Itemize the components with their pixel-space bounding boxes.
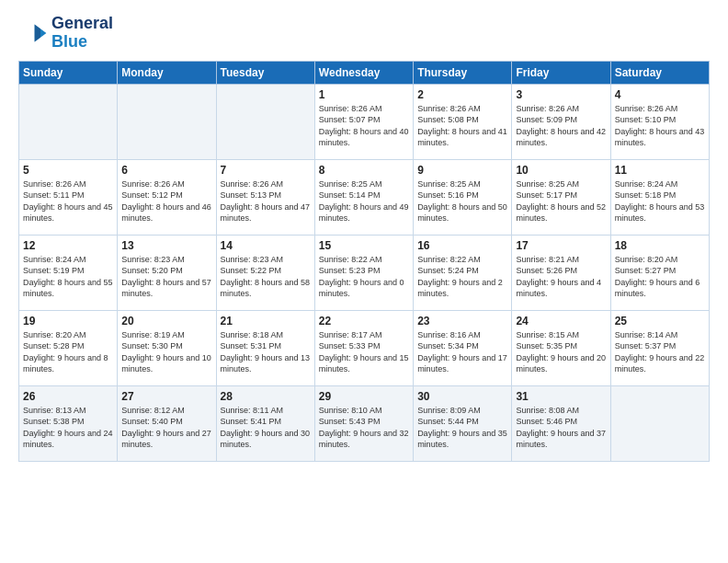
day-number: 19	[23, 315, 113, 327]
day-number: 14	[221, 239, 311, 252]
calendar-cell: 12Sunrise: 8:24 AM Sunset: 5:19 PM Dayli…	[19, 235, 118, 310]
day-info: Sunrise: 8:18 AM Sunset: 5:31 PM Dayligh…	[221, 329, 311, 375]
calendar-cell: 25Sunrise: 8:14 AM Sunset: 5:37 PM Dayli…	[610, 310, 709, 385]
day-info: Sunrise: 8:25 AM Sunset: 5:16 PM Dayligh…	[417, 178, 507, 224]
day-info: Sunrise: 8:24 AM Sunset: 5:19 PM Dayligh…	[23, 254, 113, 300]
day-number: 15	[319, 239, 409, 252]
weekday-header-saturday: Saturday	[610, 61, 709, 84]
weekday-header-monday: Monday	[118, 61, 216, 84]
header: General Blue	[18, 15, 710, 52]
day-number: 24	[516, 315, 606, 327]
day-number: 20	[121, 315, 211, 327]
calendar-cell: 1Sunrise: 8:26 AM Sunset: 5:07 PM Daylig…	[314, 84, 413, 159]
day-number: 29	[319, 390, 409, 403]
calendar-cell: 28Sunrise: 8:11 AM Sunset: 5:41 PM Dayli…	[216, 385, 314, 461]
calendar-week-2: 5Sunrise: 8:26 AM Sunset: 5:11 PM Daylig…	[19, 159, 710, 235]
day-info: Sunrise: 8:22 AM Sunset: 5:23 PM Dayligh…	[319, 254, 409, 300]
calendar-cell: 4Sunrise: 8:26 AM Sunset: 5:10 PM Daylig…	[610, 84, 709, 159]
calendar-week-3: 12Sunrise: 8:24 AM Sunset: 5:19 PM Dayli…	[19, 235, 710, 310]
day-info: Sunrise: 8:09 AM Sunset: 5:44 PM Dayligh…	[417, 405, 507, 451]
logo-icon	[18, 18, 48, 48]
calendar-cell: 9Sunrise: 8:25 AM Sunset: 5:16 PM Daylig…	[414, 159, 512, 235]
calendar-table: SundayMondayTuesdayWednesdayThursdayFrid…	[18, 61, 710, 462]
calendar-cell: 23Sunrise: 8:16 AM Sunset: 5:34 PM Dayli…	[414, 310, 512, 385]
day-info: Sunrise: 8:10 AM Sunset: 5:43 PM Dayligh…	[319, 405, 409, 451]
calendar-cell: 10Sunrise: 8:25 AM Sunset: 5:17 PM Dayli…	[512, 159, 610, 235]
day-info: Sunrise: 8:25 AM Sunset: 5:14 PM Dayligh…	[319, 178, 409, 224]
day-info: Sunrise: 8:23 AM Sunset: 5:22 PM Dayligh…	[221, 254, 311, 300]
day-info: Sunrise: 8:26 AM Sunset: 5:11 PM Dayligh…	[23, 178, 113, 224]
day-number: 2	[417, 88, 507, 101]
day-info: Sunrise: 8:20 AM Sunset: 5:27 PM Dayligh…	[615, 254, 705, 300]
day-info: Sunrise: 8:21 AM Sunset: 5:26 PM Dayligh…	[516, 254, 606, 300]
day-info: Sunrise: 8:19 AM Sunset: 5:30 PM Dayligh…	[121, 329, 211, 375]
day-info: Sunrise: 8:14 AM Sunset: 5:37 PM Dayligh…	[615, 329, 705, 375]
logo: General Blue	[18, 15, 113, 52]
weekday-header-wednesday: Wednesday	[314, 61, 413, 84]
calendar-cell: 19Sunrise: 8:20 AM Sunset: 5:28 PM Dayli…	[19, 310, 118, 385]
day-info: Sunrise: 8:26 AM Sunset: 5:09 PM Dayligh…	[516, 103, 606, 149]
day-number: 13	[121, 239, 211, 252]
day-number: 26	[23, 390, 113, 403]
day-number: 27	[121, 390, 211, 403]
page: General Blue SundayMondayTuesdayWednesda…	[0, 0, 728, 563]
day-info: Sunrise: 8:26 AM Sunset: 5:13 PM Dayligh…	[221, 178, 311, 224]
calendar-cell: 20Sunrise: 8:19 AM Sunset: 5:30 PM Dayli…	[118, 310, 216, 385]
calendar-cell	[19, 84, 118, 159]
calendar-cell: 21Sunrise: 8:18 AM Sunset: 5:31 PM Dayli…	[216, 310, 314, 385]
logo-text-blue: Blue	[51, 33, 113, 52]
calendar-week-1: 1Sunrise: 8:26 AM Sunset: 5:07 PM Daylig…	[19, 84, 710, 159]
calendar-cell: 5Sunrise: 8:26 AM Sunset: 5:11 PM Daylig…	[19, 159, 118, 235]
day-info: Sunrise: 8:08 AM Sunset: 5:46 PM Dayligh…	[516, 405, 606, 451]
day-number: 25	[615, 315, 705, 327]
day-info: Sunrise: 8:12 AM Sunset: 5:40 PM Dayligh…	[121, 405, 211, 451]
day-number: 18	[615, 239, 705, 252]
day-info: Sunrise: 8:13 AM Sunset: 5:38 PM Dayligh…	[23, 405, 113, 451]
logo-text-general: General	[51, 15, 113, 33]
calendar-cell: 30Sunrise: 8:09 AM Sunset: 5:44 PM Dayli…	[414, 385, 512, 461]
day-number: 4	[615, 88, 705, 101]
calendar-cell: 22Sunrise: 8:17 AM Sunset: 5:33 PM Dayli…	[314, 310, 413, 385]
day-info: Sunrise: 8:11 AM Sunset: 5:41 PM Dayligh…	[221, 405, 311, 451]
calendar-cell	[610, 385, 709, 461]
calendar-week-4: 19Sunrise: 8:20 AM Sunset: 5:28 PM Dayli…	[19, 310, 710, 385]
day-number: 31	[516, 390, 606, 403]
day-number: 5	[23, 164, 113, 177]
day-info: Sunrise: 8:20 AM Sunset: 5:28 PM Dayligh…	[23, 329, 113, 375]
day-number: 28	[221, 390, 311, 403]
day-number: 9	[417, 164, 507, 177]
day-number: 6	[121, 164, 211, 177]
calendar-cell: 16Sunrise: 8:22 AM Sunset: 5:24 PM Dayli…	[414, 235, 512, 310]
calendar-week-5: 26Sunrise: 8:13 AM Sunset: 5:38 PM Dayli…	[19, 385, 710, 461]
day-number: 11	[615, 164, 705, 177]
calendar-cell: 27Sunrise: 8:12 AM Sunset: 5:40 PM Dayli…	[118, 385, 216, 461]
day-number: 21	[221, 315, 311, 327]
calendar-header-row: SundayMondayTuesdayWednesdayThursdayFrid…	[19, 61, 710, 84]
day-number: 17	[516, 239, 606, 252]
day-info: Sunrise: 8:22 AM Sunset: 5:24 PM Dayligh…	[417, 254, 507, 300]
calendar-cell: 3Sunrise: 8:26 AM Sunset: 5:09 PM Daylig…	[512, 84, 610, 159]
day-number: 10	[516, 164, 606, 177]
day-info: Sunrise: 8:17 AM Sunset: 5:33 PM Dayligh…	[319, 329, 409, 375]
day-info: Sunrise: 8:26 AM Sunset: 5:10 PM Dayligh…	[615, 103, 705, 149]
day-number: 12	[23, 239, 113, 252]
calendar-cell	[216, 84, 314, 159]
calendar-cell: 11Sunrise: 8:24 AM Sunset: 5:18 PM Dayli…	[610, 159, 709, 235]
day-info: Sunrise: 8:16 AM Sunset: 5:34 PM Dayligh…	[417, 329, 507, 375]
weekday-header-thursday: Thursday	[414, 61, 512, 84]
day-info: Sunrise: 8:26 AM Sunset: 5:07 PM Dayligh…	[319, 103, 409, 149]
day-number: 23	[417, 315, 507, 327]
calendar-cell: 29Sunrise: 8:10 AM Sunset: 5:43 PM Dayli…	[314, 385, 413, 461]
calendar-cell: 24Sunrise: 8:15 AM Sunset: 5:35 PM Dayli…	[512, 310, 610, 385]
day-number: 30	[417, 390, 507, 403]
day-info: Sunrise: 8:26 AM Sunset: 5:12 PM Dayligh…	[121, 178, 211, 224]
day-info: Sunrise: 8:26 AM Sunset: 5:08 PM Dayligh…	[417, 103, 507, 149]
weekday-header-sunday: Sunday	[19, 61, 118, 84]
day-number: 22	[319, 315, 409, 327]
calendar-cell: 13Sunrise: 8:23 AM Sunset: 5:20 PM Dayli…	[118, 235, 216, 310]
calendar-cell: 15Sunrise: 8:22 AM Sunset: 5:23 PM Dayli…	[314, 235, 413, 310]
day-info: Sunrise: 8:23 AM Sunset: 5:20 PM Dayligh…	[121, 254, 211, 300]
calendar-cell: 14Sunrise: 8:23 AM Sunset: 5:22 PM Dayli…	[216, 235, 314, 310]
calendar-cell: 7Sunrise: 8:26 AM Sunset: 5:13 PM Daylig…	[216, 159, 314, 235]
weekday-header-tuesday: Tuesday	[216, 61, 314, 84]
